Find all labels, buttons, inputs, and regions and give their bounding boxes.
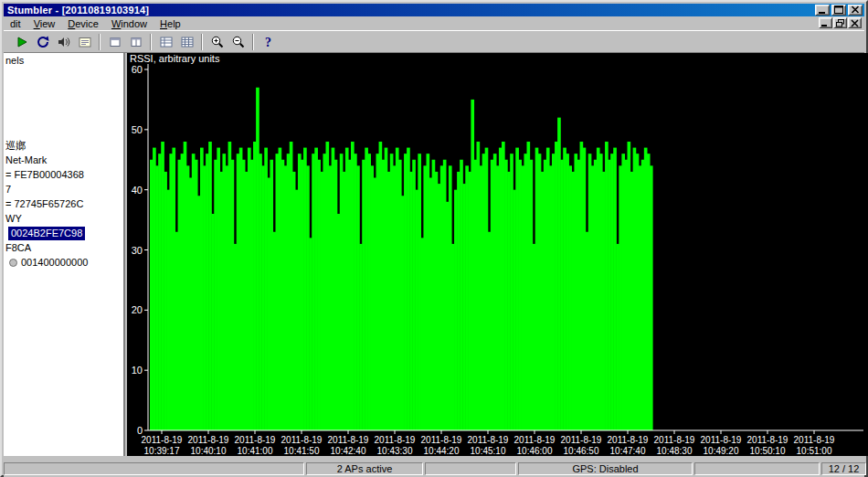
window-close-button[interactable] <box>848 5 863 16</box>
child-minimize-icon <box>820 18 831 28</box>
child-close-button[interactable] <box>848 17 862 28</box>
details-view-button[interactable] <box>176 32 197 52</box>
tree-item-mac[interactable]: = FE7B00004368 <box>5 168 84 182</box>
play-icon <box>15 35 29 49</box>
menu-edit[interactable]: dit <box>4 17 27 30</box>
help-icon: ? <box>261 35 276 49</box>
svg-text:2011-8-19: 2011-8-19 <box>375 435 416 445</box>
svg-text:2011-8-19: 2011-8-19 <box>608 435 649 445</box>
toolbar-separator <box>99 34 101 50</box>
split-window-icon <box>129 35 143 49</box>
details-view-icon <box>180 35 195 49</box>
speaker-icon <box>57 35 71 49</box>
svg-text:10:43:30: 10:43:30 <box>377 446 413 456</box>
svg-text:2011-8-19: 2011-8-19 <box>468 435 509 445</box>
rescan-button[interactable] <box>32 32 53 52</box>
split-window-button[interactable] <box>125 32 146 52</box>
zoom-out-icon <box>231 35 246 49</box>
toolbar-separator <box>150 34 152 50</box>
svg-text:2011-8-19: 2011-8-19 <box>701 435 742 445</box>
svg-text:2011-8-19: 2011-8-19 <box>142 435 183 445</box>
tree-item-ssid[interactable]: WY <box>5 212 22 226</box>
zoom-out-button[interactable] <box>228 32 249 52</box>
status-bar: 2 APs active GPS: Disabled 12 / 12 <box>4 461 864 477</box>
svg-text:2011-8-19: 2011-8-19 <box>561 435 602 445</box>
menu-window[interactable]: Window <box>105 17 153 30</box>
window-maximize-button[interactable] <box>831 5 846 16</box>
svg-text:10:44:20: 10:44:20 <box>424 446 460 456</box>
menu-device[interactable]: Device <box>61 17 105 30</box>
tree-item-channels[interactable]: nels <box>5 54 24 68</box>
svg-text:10:41:00: 10:41:00 <box>238 446 273 456</box>
chart-panel: 01020304050602011-8-1910:39:172011-8-191… <box>127 53 868 456</box>
ap-tree-panel: nels 巡嫏 Net-Mark = FE7B00004368 7 = 7274… <box>4 53 125 456</box>
svg-text:60: 60 <box>132 64 143 75</box>
tree-item-mac-selected[interactable]: 0024B2FE7C98 <box>8 227 85 240</box>
svg-text:10: 10 <box>132 365 143 376</box>
play-button[interactable] <box>11 32 32 52</box>
svg-text:2011-8-19: 2011-8-19 <box>328 435 369 445</box>
svg-text:10:39:17: 10:39:17 <box>144 446 180 456</box>
svg-text:10:47:40: 10:47:40 <box>610 446 646 456</box>
svg-text:?: ? <box>265 36 271 49</box>
svg-text:2011-8-19: 2011-8-19 <box>421 435 462 445</box>
rescan-icon <box>36 35 50 49</box>
gps-status: GPS: Disabled <box>518 462 693 475</box>
window-minimize-button[interactable] <box>815 5 830 16</box>
svg-text:10:41:50: 10:41:50 <box>284 446 320 456</box>
options-button[interactable] <box>74 32 95 52</box>
svg-text:2011-8-19: 2011-8-19 <box>235 435 276 445</box>
help-button[interactable]: ? <box>258 32 279 52</box>
status-segment-empty <box>4 462 304 475</box>
svg-text:10:49:20: 10:49:20 <box>704 446 739 456</box>
list-view-button[interactable] <box>155 32 176 52</box>
svg-text:20: 20 <box>132 304 143 315</box>
status-segment-empty <box>694 462 820 475</box>
svg-text:RSSI, arbitrary units: RSSI, arbitrary units <box>130 53 220 64</box>
zoom-in-button[interactable] <box>206 32 228 52</box>
main-area: nels 巡嫏 Net-Mark = FE7B00004368 7 = 7274… <box>4 53 868 456</box>
child-restore-button[interactable] <box>833 17 847 28</box>
tree-item-mac[interactable]: F8CA <box>5 241 31 255</box>
svg-text:2011-8-19: 2011-8-19 <box>654 435 695 445</box>
child-close-icon <box>849 18 861 28</box>
menu-help[interactable]: Help <box>153 17 187 30</box>
child-minimize-button[interactable] <box>819 17 832 28</box>
menu-view[interactable]: View <box>27 17 62 30</box>
svg-text:30: 30 <box>132 245 143 256</box>
svg-text:2011-8-19: 2011-8-19 <box>514 435 556 445</box>
list-view-icon <box>159 35 174 49</box>
tree-item-ssid[interactable]: 巡嫏 <box>5 139 26 153</box>
rssi-chart: 01020304050602011-8-1910:39:172011-8-191… <box>127 53 868 456</box>
svg-text:10:48:30: 10:48:30 <box>657 446 693 456</box>
toolbar-separator <box>201 34 203 50</box>
small-window-button[interactable] <box>104 32 125 52</box>
ap-circle-icon <box>9 259 17 267</box>
tree-item-ssid[interactable]: Net-Mark <box>5 154 47 167</box>
tree-item-mac[interactable]: = 72745F65726C <box>5 197 83 211</box>
svg-text:10:51:00: 10:51:00 <box>797 446 832 456</box>
svg-text:2011-8-19: 2011-8-19 <box>747 435 789 445</box>
speaker-button[interactable] <box>53 32 74 52</box>
toolbar-separator <box>252 34 254 50</box>
svg-text:10:46:50: 10:46:50 <box>564 446 599 456</box>
netstumbler-window: Stumbler - [20110819103914] dit View Dev… <box>0 0 868 477</box>
svg-text:10:50:10: 10:50:10 <box>750 446 786 456</box>
tree-item-mac[interactable]: 001400000000 <box>9 256 88 270</box>
window-controls <box>815 5 863 16</box>
child-restore-icon <box>834 18 846 28</box>
svg-text:10:46:00: 10:46:00 <box>517 446 553 456</box>
menu-bar: dit View Device Window Help <box>4 16 864 30</box>
svg-text:40: 40 <box>132 185 143 196</box>
close-icon <box>849 5 862 16</box>
maximize-icon <box>832 5 845 16</box>
item-count: 12 / 12 <box>821 462 866 475</box>
svg-text:10:42:40: 10:42:40 <box>331 446 366 456</box>
tree-item-ssid[interactable]: 7 <box>5 183 11 196</box>
svg-text:2011-8-19: 2011-8-19 <box>794 435 835 445</box>
svg-text:10:45:10: 10:45:10 <box>471 446 506 456</box>
toolbar: ? <box>4 30 864 53</box>
minimize-icon <box>816 5 829 16</box>
title-bar: Stumbler - [20110819103914] <box>4 4 864 16</box>
options-card-icon <box>78 35 92 49</box>
